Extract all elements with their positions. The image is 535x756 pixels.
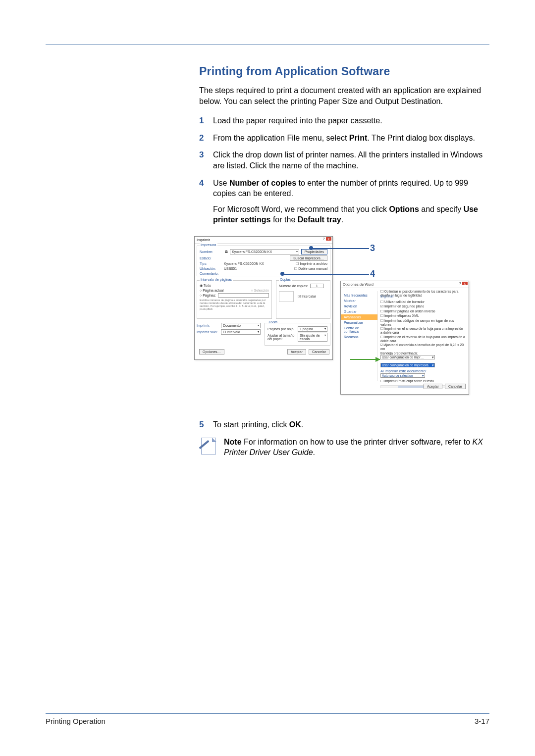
opt-fieldcodes[interactable]: Imprimir los códigos de campo en lugar d… — [380, 319, 466, 326]
step-text-pre: From the application File menu, select — [213, 134, 349, 142]
sidebar-item-frequent[interactable]: Más frecuentes — [341, 293, 377, 298]
print-legend: Imprimir — [380, 294, 466, 299]
note-body: For information on how to use the printe… — [242, 438, 473, 446]
page-range-group: Intervalo de páginas Todo Página actual … — [197, 280, 272, 319]
print-doc-select[interactable]: Auto source selection — [380, 373, 425, 378]
sub-pre: For Microsoft Word, we recommend that yo… — [213, 205, 389, 213]
word-options-dialog: Opciones de Word ? x Optimizar el posici… — [340, 281, 469, 395]
step-text-post: . — [301, 420, 303, 429]
sidebar-item-save[interactable]: Guardar — [341, 309, 377, 314]
steps-list: 1 Load the paper required into the paper… — [199, 115, 489, 225]
cancel-button[interactable]: Cancelar — [309, 349, 329, 354]
default-tray-dropdown-open[interactable]: Usar configuración de impresora — [380, 363, 435, 367]
tray-value: Usar configuración de impr… — [382, 355, 424, 359]
intro-paragraph: The steps required to print a document c… — [199, 85, 489, 106]
printer-icon: 🖶 — [224, 250, 228, 253]
dialog-buttons: Aceptar Cancelar — [341, 382, 469, 394]
ok-button[interactable]: Aceptar — [424, 384, 442, 389]
group-legend: Copias — [279, 278, 292, 281]
close-icon[interactable]: x — [462, 282, 468, 285]
top-rule — [46, 45, 489, 45]
callout-4-line — [283, 274, 369, 275]
label-print-only: Imprimir sólo: — [197, 330, 219, 334]
print-only-select[interactable]: El intervalo — [221, 329, 261, 335]
sub-mid: and specify — [419, 205, 464, 213]
callout-3-dot — [309, 246, 313, 250]
copies-spinner[interactable]: 1 — [310, 284, 324, 288]
print-what-value: Documento — [223, 324, 241, 327]
content-column: Printing from Application Software The s… — [199, 65, 489, 458]
group-legend: Impresora — [200, 243, 217, 247]
opt-reverse[interactable]: Imprimir páginas en orden inverso — [380, 309, 466, 313]
copies-value: 1 — [316, 284, 318, 288]
sidebar-item-resources[interactable]: Recursos — [341, 334, 377, 340]
opt-background[interactable]: Imprimir en segundo plano — [380, 304, 466, 308]
label-type: Tipo: — [200, 262, 222, 265]
opt-fit-a4[interactable]: Ajustar el contenido a tamaños de papel … — [380, 343, 466, 351]
options-sidebar: Más frecuentes Mostrar Revisión Guardar … — [341, 291, 378, 381]
page-footer: Printing Operation 3-17 — [46, 713, 489, 725]
scale-select[interactable]: Sin ajuste de escala — [298, 333, 327, 342]
label-name: Nombre: — [200, 250, 222, 253]
options-button[interactable]: Opciones… — [199, 349, 224, 354]
step-number: 3 — [199, 150, 204, 161]
print-to-file-checkbox[interactable]: Imprimir a archivo — [296, 262, 327, 266]
sidebar-item-display[interactable]: Mostrar — [341, 298, 377, 303]
opt-back-duplex[interactable]: Imprimir en el reverso de la hoja para u… — [380, 335, 466, 343]
note-block: Note For information on how to use the p… — [199, 437, 489, 458]
step-text: Click the drop down list of printer name… — [213, 151, 482, 170]
step-number: 5 — [199, 419, 204, 431]
print-dialog: Imprimir ? x Impresora Nombre: 🖶 Kyocera… — [194, 236, 333, 360]
note-icon — [199, 437, 218, 455]
sub-bold: Options — [389, 205, 419, 213]
opt-xml[interactable]: Imprimir etiquetas XML — [380, 314, 466, 318]
label-comment: Comentario: — [200, 272, 222, 275]
collate-checkbox[interactable]: Intercalar — [298, 295, 316, 299]
manual-duplex-checkbox[interactable]: Doble cara manual — [294, 267, 327, 271]
group-legend: Intervalo de páginas — [200, 278, 233, 281]
default-tray-select[interactable]: Usar configuración de impr… — [380, 355, 435, 359]
radio-current[interactable]: Página actual — [200, 289, 224, 292]
sidebar-item-customize[interactable]: Personalizar — [341, 320, 377, 325]
step-text: Load the paper required into the paper c… — [213, 116, 382, 125]
zoom-group: Zoom Páginas por hoja: 1 página Ajustar … — [265, 323, 330, 346]
printer-name: Kyocera FS-C5200DN KX — [232, 250, 272, 253]
label-default-tray: Bandeja predeterminada: — [380, 352, 418, 355]
tray-option: Usar configuración de impresora — [382, 363, 428, 367]
pages-per-sheet-select[interactable]: 1 página — [298, 326, 327, 332]
group-legend: Zoom — [268, 320, 278, 324]
label-scale: Ajustar al tamaño del papel: — [268, 334, 296, 341]
label-copies: Número de copias: — [279, 284, 308, 288]
footer-right: 3-17 — [475, 717, 489, 725]
radio-all[interactable]: Todo — [200, 284, 211, 288]
step-5: 5 To start printing, click OK. — [199, 419, 489, 430]
sidebar-item-trust[interactable]: Centro de confianza — [341, 325, 377, 334]
opt-front-duplex[interactable]: Imprimir en el anverso de la hoja para u… — [380, 327, 466, 334]
sidebar-item-advanced[interactable]: Avanzadas — [341, 314, 377, 320]
legend2-text: Al imprimir este documento: — [380, 369, 427, 373]
collate-icon — [279, 291, 294, 302]
radio-selection: Selección — [251, 289, 269, 292]
radio-pages[interactable]: Páginas: — [200, 294, 216, 297]
find-printer-button[interactable]: Buscar impresora… — [290, 255, 327, 261]
step-subtext: For Microsoft Word, we recommend that yo… — [213, 204, 489, 225]
scale-value: Sin ajuste de escala — [300, 334, 320, 341]
step-bold: Print — [349, 134, 367, 142]
close-icon[interactable]: x — [326, 237, 332, 241]
pages-input[interactable] — [218, 293, 269, 298]
title-text: Opciones de Word — [343, 282, 374, 287]
print-what-select[interactable]: Documento — [221, 323, 261, 328]
step-3: 3 Click the drop down list of printer na… — [199, 150, 489, 171]
printer-select[interactable]: Kyocera FS-C5200DN KX — [230, 249, 299, 254]
properties-button[interactable]: Propiedades — [301, 249, 327, 254]
sub-bold: Default tray — [298, 215, 341, 224]
ok-button[interactable]: Aceptar — [287, 349, 306, 354]
step-2: 2 From the application File menu, select… — [199, 133, 489, 144]
section-heading: Printing from Application Software — [199, 65, 489, 78]
cancel-button[interactable]: Cancelar — [445, 384, 466, 389]
note-text: Note For information on how to use the p… — [224, 437, 489, 458]
sidebar-item-proofing[interactable]: Revisión — [341, 303, 377, 309]
location-value: USB001 — [224, 267, 237, 270]
doc-value: Auto source selection — [382, 374, 413, 377]
opt-draft[interactable]: Utilizar calidad de borrador — [380, 300, 466, 304]
